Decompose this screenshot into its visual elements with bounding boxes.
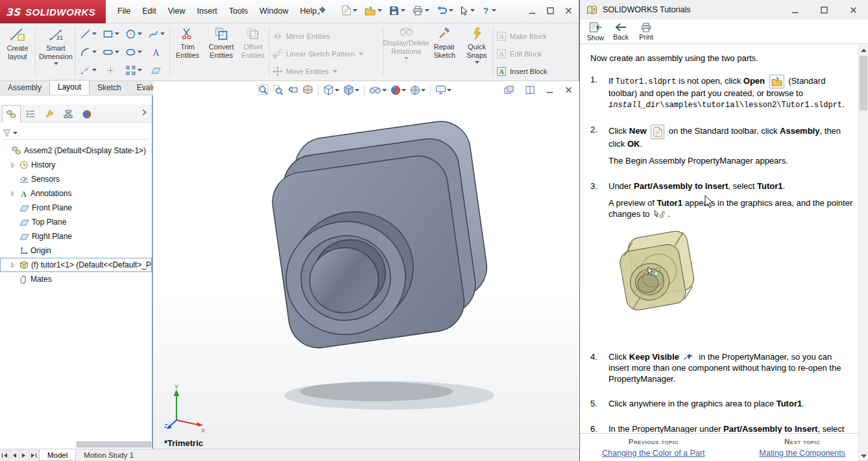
smart-dimension-button[interactable]: 21 Smart Dimension bbox=[37, 27, 75, 65]
edit-block-button[interactable]: A Edit Block bbox=[496, 46, 577, 61]
part-3d-model[interactable] bbox=[263, 120, 504, 414]
scrollbar-up-button[interactable] bbox=[859, 45, 868, 55]
create-layout-button[interactable]: Create layout bbox=[1, 27, 34, 60]
panel-expand-chevron-icon[interactable] bbox=[142, 109, 147, 116]
tree-item-f-tutor1-1-default-default-p[interactable]: (f) tutor1<1> (Default<<Default>_P bbox=[0, 258, 152, 272]
open-folder-button[interactable] bbox=[363, 5, 383, 17]
print-button[interactable]: Print bbox=[634, 21, 658, 43]
display-delete-relations-button[interactable]: Display/Delete Relations bbox=[385, 27, 427, 60]
display-pane-tab[interactable] bbox=[21, 105, 40, 123]
tutorial-scrollbar[interactable] bbox=[858, 45, 868, 461]
menubar-pin-icon[interactable] bbox=[317, 6, 326, 16]
tree-item-top-plane[interactable]: Top Plane bbox=[0, 215, 152, 229]
view-settings-button[interactable] bbox=[433, 84, 453, 95]
zoom-fit-button[interactable] bbox=[256, 84, 271, 96]
property-manager-tab[interactable] bbox=[40, 105, 58, 123]
convert-entities-button[interactable]: Convert Entities bbox=[204, 27, 238, 59]
section-view-button[interactable] bbox=[300, 84, 315, 96]
arc-tool-button[interactable] bbox=[77, 43, 99, 61]
select-cursor-button[interactable] bbox=[459, 5, 476, 17]
win-min-doc-button[interactable] bbox=[544, 86, 555, 94]
tree-item-front-plane[interactable]: Front Plane bbox=[0, 201, 152, 215]
tab-last-button[interactable] bbox=[29, 449, 39, 461]
previous-topic-link[interactable]: Changing the Color of a Part bbox=[602, 449, 705, 458]
tab-prev-button[interactable] bbox=[10, 449, 19, 461]
circle-tool-button[interactable] bbox=[122, 25, 145, 43]
linear-sketch-pattern-button[interactable]: Linear Sketch Pattern bbox=[272, 46, 380, 61]
menu-edit[interactable]: Edit bbox=[136, 4, 162, 18]
expand-arrow-icon[interactable] bbox=[11, 191, 17, 197]
text-tool-button[interactable]: A bbox=[145, 43, 167, 61]
edit-appearance-button[interactable] bbox=[389, 84, 408, 96]
repair-sketch-button[interactable]: Repair Sketch bbox=[428, 27, 461, 59]
back-button[interactable]: Back bbox=[609, 21, 633, 43]
tree-item-origin[interactable]: Origin bbox=[0, 243, 152, 258]
make-block-button[interactable]: A Make Block bbox=[496, 29, 577, 44]
tutorial-close-button[interactable] bbox=[839, 0, 868, 19]
tutorial-minimize-button[interactable] bbox=[780, 0, 810, 19]
tree-item-mates[interactable]: Mates bbox=[0, 272, 152, 286]
line-tool-button[interactable] bbox=[77, 25, 99, 43]
tab-layout[interactable]: Layout bbox=[49, 80, 90, 95]
display-style-button[interactable] bbox=[341, 84, 361, 96]
undo-button[interactable] bbox=[435, 5, 455, 16]
centerline-tool-button[interactable] bbox=[77, 61, 99, 79]
view-orientation-button[interactable] bbox=[321, 84, 341, 96]
menu-insert[interactable]: Insert bbox=[191, 4, 223, 18]
pattern-tool-button[interactable] bbox=[122, 61, 145, 79]
previous-view-button[interactable] bbox=[285, 84, 300, 96]
menu-file[interactable]: File bbox=[112, 4, 136, 18]
insert-block-button[interactable]: A Insert Block bbox=[496, 64, 577, 79]
feature-manager-tab[interactable] bbox=[2, 105, 21, 123]
tree-item-right-plane[interactable]: Right Plane bbox=[0, 229, 152, 243]
expand-arrow-icon[interactable] bbox=[11, 162, 17, 168]
expand-arrow-icon[interactable] bbox=[11, 262, 17, 268]
minimize-button[interactable] bbox=[523, 3, 541, 18]
ellipse-tool-button[interactable] bbox=[122, 43, 145, 61]
menu-view[interactable]: View bbox=[162, 4, 191, 18]
tutorial-maximize-button[interactable] bbox=[810, 0, 839, 19]
tab-sketch[interactable]: Sketch bbox=[90, 81, 129, 95]
new-doc-button[interactable] bbox=[340, 4, 359, 17]
configuration-manager-tab[interactable] bbox=[58, 105, 77, 123]
mirror-entities-button[interactable]: Mirror Entities bbox=[272, 29, 380, 44]
scrollbar-down-button[interactable] bbox=[859, 451, 868, 460]
rect-tool-button[interactable] bbox=[99, 25, 122, 43]
bottom-tab-model[interactable]: Model bbox=[39, 449, 76, 461]
menu-window[interactable]: Window bbox=[254, 4, 294, 18]
offset-entities-button[interactable]: Offset Entities bbox=[238, 27, 268, 59]
scrollbar-thumb[interactable] bbox=[860, 56, 867, 110]
menu-tools[interactable]: Tools bbox=[223, 4, 254, 18]
quick-snaps-button[interactable]: Quick Snaps bbox=[462, 27, 492, 64]
cascade-windows-doc-button[interactable] bbox=[502, 85, 516, 95]
trim-entities-button[interactable]: Trim Entities bbox=[172, 27, 203, 59]
hide-show-button[interactable] bbox=[367, 85, 389, 95]
tab-next-button[interactable] bbox=[19, 449, 29, 461]
help-button[interactable]: ? bbox=[481, 5, 498, 16]
tree-item-root[interactable]: Assem2 (Default<Display State-1>) bbox=[0, 143, 152, 158]
display-manager-tab[interactable] bbox=[77, 105, 96, 123]
maximize-button[interactable] bbox=[541, 3, 559, 18]
bottom-tab-motion-study-1[interactable]: Motion Study 1 bbox=[76, 449, 141, 461]
panel-hscrollbar-thumb[interactable] bbox=[77, 442, 151, 447]
show-button[interactable]: Show bbox=[584, 21, 607, 43]
tree-item-history[interactable]: History bbox=[0, 158, 152, 172]
split-view-doc-button[interactable] bbox=[524, 85, 536, 95]
print-button[interactable] bbox=[411, 5, 431, 17]
zoom-area-button[interactable] bbox=[271, 84, 285, 96]
slot-tool-button[interactable] bbox=[99, 43, 122, 61]
tree-item-sensors[interactable]: Sensors bbox=[0, 172, 152, 186]
spline-tool-button[interactable] bbox=[145, 25, 167, 43]
close-button[interactable] bbox=[559, 3, 577, 18]
tab-first-button[interactable] bbox=[0, 449, 10, 461]
save-button[interactable] bbox=[388, 5, 407, 17]
plane-tool-button[interactable] bbox=[145, 61, 167, 79]
tree-item-annotations[interactable]: AAnnotations bbox=[0, 186, 152, 201]
win-close-doc-button[interactable] bbox=[563, 86, 574, 94]
tree-filter[interactable] bbox=[3, 127, 149, 140]
graphics-viewport[interactable]: Y X Z *Trimetric bbox=[153, 81, 579, 449]
next-topic-link[interactable]: Mating the Components bbox=[759, 449, 845, 458]
tab-assembly[interactable]: Assembly bbox=[0, 81, 49, 95]
point-tool-button[interactable] bbox=[99, 61, 122, 79]
move-entities-button[interactable]: Move Entities bbox=[272, 64, 380, 79]
